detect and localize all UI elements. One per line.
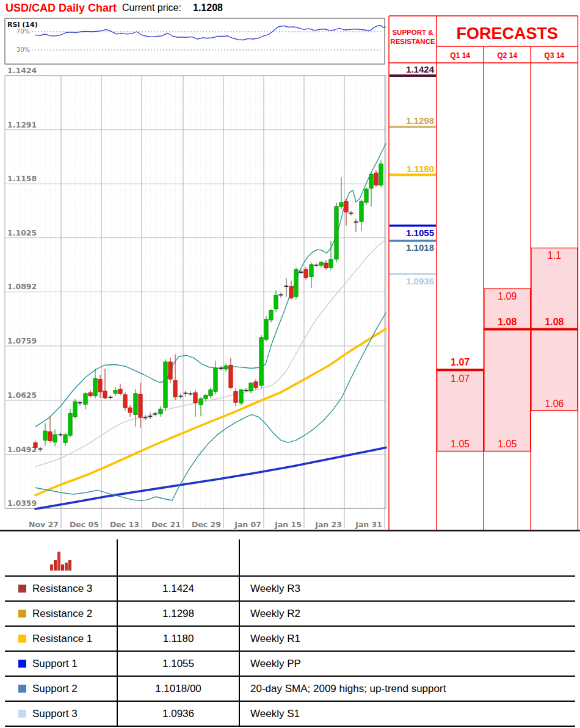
bullish-candle <box>199 399 203 405</box>
bearish-candle <box>139 394 142 417</box>
sr-level-label: 1.0936 <box>406 276 434 286</box>
forecast-range-box <box>484 289 531 451</box>
bullish-candle <box>204 395 208 399</box>
bullish-candle <box>264 320 268 340</box>
current-price-value: 1.1208 <box>193 2 223 13</box>
bullish-candle <box>209 390 212 396</box>
price-tick-label: 1.0625 <box>7 391 37 400</box>
bearish-candle <box>128 408 132 413</box>
bullish-candle <box>274 295 278 309</box>
sr-level-label: 1.1424 <box>406 64 435 74</box>
bullish-candle <box>259 337 263 386</box>
bullish-candle <box>360 201 363 222</box>
bullish-candle <box>159 409 162 414</box>
rsi-panel: 70%30%RSI (14) <box>5 18 386 64</box>
level-value: 1.1424 <box>118 577 240 600</box>
price-tick-label: 1.0759 <box>7 336 37 345</box>
price-tick-label: 1.0492 <box>7 445 37 454</box>
doji-candle <box>59 434 63 435</box>
doji-candle <box>109 397 113 398</box>
table-row: Resistance 11.1180Weekly R1 <box>5 627 575 652</box>
bullish-candle <box>43 431 47 440</box>
bullish-candle <box>63 434 67 442</box>
level-color-chip <box>18 710 26 718</box>
bullish-candle <box>294 270 298 297</box>
level-label: Support 2 <box>32 683 78 695</box>
level-note: Weekly R2 <box>240 602 575 625</box>
price-chart-svg: 70%30%RSI (14)1.14241.12911.11581.10251.… <box>0 0 580 539</box>
sr-level-label: 1.1055 <box>406 228 434 238</box>
bullish-candle <box>239 390 243 403</box>
doji-candle <box>285 286 289 287</box>
level-note: Weekly R1 <box>240 627 575 651</box>
level-color-chip <box>18 585 26 593</box>
doji-candle <box>279 294 283 295</box>
rsi-title: RSI (14) <box>7 21 38 29</box>
level-label: Resistance 1 <box>32 633 92 645</box>
bearish-candle <box>324 263 328 268</box>
bearish-candle <box>194 393 197 403</box>
bearish-candle <box>118 389 122 394</box>
histogram-bar <box>61 564 64 571</box>
bullish-candle <box>84 394 87 405</box>
doji-candle <box>38 449 43 450</box>
doji-candle <box>299 272 303 273</box>
bearish-candle <box>89 393 92 396</box>
bearish-candle <box>254 382 258 388</box>
bearish-candle <box>103 391 107 398</box>
date-tick-label: Jan 07 <box>234 520 261 529</box>
bullish-candle <box>68 413 72 435</box>
level-value: 1.1018/00 <box>118 677 240 701</box>
date-tick-label: Dec 05 <box>70 520 99 529</box>
bullish-candle <box>364 189 368 203</box>
bullish-candle <box>379 164 383 186</box>
bullish-candle <box>93 378 97 396</box>
level-label: Resistance 3 <box>32 583 92 595</box>
bullish-candle <box>329 259 333 267</box>
bullish-candle <box>214 368 217 392</box>
bullish-candle <box>114 391 117 394</box>
bullish-candle <box>134 394 137 415</box>
sr-title-line2: RESISTANCE <box>390 38 435 45</box>
histogram-bar <box>50 564 53 571</box>
price-tick-label: 1.1025 <box>7 228 37 237</box>
table-row: Support 11.1055Weekly PP <box>5 652 575 677</box>
date-tick-label: Nov 27 <box>29 520 59 529</box>
table-row: Support 21.1018/0020-day SMA; 2009 highs… <box>5 677 575 702</box>
forecast-point-label: 1.08 <box>545 317 564 327</box>
bullish-candle <box>310 265 313 277</box>
bullish-candle <box>369 174 373 188</box>
table-header-row <box>5 539 575 577</box>
level-label: Resistance 2 <box>32 608 92 620</box>
date-tick-label: Dec 21 <box>151 520 181 529</box>
doji-candle <box>184 393 188 394</box>
forecast-low-label: 1.05 <box>451 439 469 449</box>
rsi-frame <box>5 18 385 64</box>
bearish-candle <box>34 442 37 447</box>
bearish-candle <box>229 365 233 387</box>
doji-candle <box>78 402 82 403</box>
forecast-point-label: 1.08 <box>498 317 517 327</box>
forecast-high-label: 1.09 <box>498 291 517 301</box>
bullish-candle <box>73 402 77 417</box>
price-tick-label: 1.1424 <box>7 66 37 75</box>
bearish-candle <box>374 173 378 185</box>
table-icon-cell <box>5 539 118 575</box>
forecast-title: FORECASTS <box>456 24 558 43</box>
bearish-candle <box>344 201 348 212</box>
table-label-cell: Support 3 <box>5 702 118 726</box>
price-tick-label: 1.1158 <box>7 174 37 183</box>
level-color-chip <box>18 610 26 618</box>
doji-candle <box>189 393 193 394</box>
table-label-cell: Resistance 2 <box>5 602 118 625</box>
bullish-candle <box>164 362 167 408</box>
forecast-col-header: Q2 14 <box>497 51 517 60</box>
price-tick-label: 1.0892 <box>7 282 37 291</box>
table-row: Resistance 31.1424Weekly R3 <box>5 577 575 602</box>
level-note: Weekly R3 <box>240 577 575 600</box>
table-header-value-cell <box>118 539 240 575</box>
sr-level-label: 1.1180 <box>407 164 434 174</box>
doji-candle <box>314 265 319 266</box>
date-tick-label: Dec 13 <box>110 520 139 529</box>
doji-candle <box>148 416 153 417</box>
